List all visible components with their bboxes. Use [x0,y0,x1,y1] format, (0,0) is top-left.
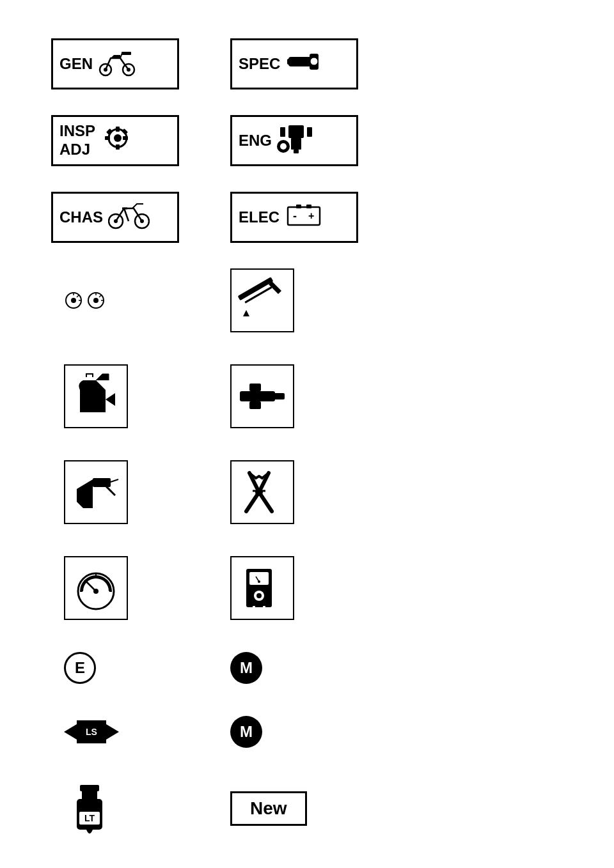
eng-box-container: ENG [230,115,409,166]
e-circle-symbol: E [64,652,96,684]
svg-rect-14 [123,136,128,140]
hacksaw-box [230,268,409,332]
multimeter-icon-box [230,556,294,620]
m-symbol-2-container: M [230,716,409,748]
svg-rect-13 [105,136,110,140]
elec-label: ELEC [239,208,279,227]
spec-box-container: SPEC [230,38,409,89]
m-symbol-1-container: M [230,652,409,684]
small-icon-row-3 [51,460,563,524]
gauge-box [51,556,230,620]
insp-adj-label: INSPADJ [59,122,95,159]
svg-rect-8 [287,59,292,65]
ls-arrow-right [106,724,119,740]
chas-box: CHAS [51,192,179,243]
ls-arrow-symbol: LS [64,720,119,743]
svg-point-57 [256,593,262,598]
ls-text: LS [86,727,97,737]
lt-bottle-container: LT [51,780,230,837]
spec-label: SPEC [239,55,280,74]
svg-rect-41 [249,384,261,391]
svg-rect-58 [253,606,255,610]
svg-rect-23 [307,127,312,137]
svg-point-21 [280,143,287,150]
svg-rect-62 [80,785,99,791]
svg-text:+: + [308,210,314,221]
elec-box: ELEC - + [230,192,358,243]
svg-rect-29 [296,205,301,208]
svg-rect-39 [240,391,275,401]
svg-rect-12 [116,144,120,150]
svg-point-34 [71,298,76,303]
svg-rect-59 [263,606,265,610]
svg-rect-22 [280,127,285,137]
svg-rect-30 [306,205,311,208]
svg-point-36 [93,298,98,303]
pliers-icon-box [230,460,294,524]
new-label-box: New [230,791,307,826]
spray-gun-box [51,460,230,524]
spec-box: SPEC [230,38,358,89]
eng-box: ENG [230,115,358,166]
gen-info-label: GEN [59,55,93,74]
bicycle-icon [108,199,150,236]
power-tool-icon-box [230,364,294,428]
svg-text:-: - [293,210,297,222]
m-letter-2: M [240,723,253,741]
small-icon-row-2 [51,364,563,428]
page-container: GEN SPEC [0,0,614,868]
battery-icon: - + [285,201,323,235]
svg-rect-43 [93,478,111,487]
svg-rect-15 [106,128,113,135]
svg-point-44 [255,488,263,496]
svg-rect-18 [291,138,301,150]
ls-arrow-container: LS [51,720,230,743]
m-circle-filled-2: M [230,716,262,748]
hacksaw-icon-box [230,268,294,332]
chas-box-container: CHAS [51,192,230,243]
section-row-2: INSPADJ ENG [51,115,563,166]
svg-point-48 [93,589,98,594]
chas-label: CHAS [59,208,103,227]
gen-info-box-container: GEN [51,38,230,89]
insp-adj-box-container: INSPADJ [51,115,230,166]
two-dots-symbol [51,288,230,313]
gauge-icon-box [64,556,128,620]
oil-can-icon-box [64,364,128,428]
legend-row-3: LT New [51,780,563,837]
multimeter-box [230,556,409,620]
svg-rect-11 [116,127,120,132]
svg-rect-42 [249,401,261,409]
elec-box-container: ELEC - + [230,192,409,243]
legend-row-1: E M [51,652,563,684]
pliers-box [230,460,409,524]
e-symbol-container: E [51,652,230,684]
svg-rect-4 [122,52,131,55]
svg-point-7 [310,58,318,65]
section-row-3: CHAS ELEC [51,192,563,243]
eng-label: ENG [239,132,272,150]
gear-icon [100,122,136,159]
new-label-text: New [250,798,287,819]
engine-icon [277,122,315,159]
spray-gun-icon-box [64,460,128,524]
ls-middle-label: LS [77,720,106,743]
e-letter: E [75,659,85,677]
gen-info-box: GEN [51,38,179,89]
insp-adj-box: INSPADJ [51,115,179,166]
m-circle-filled-1: M [230,652,262,684]
new-box-container: New [230,791,409,826]
m-letter-1: M [240,659,253,677]
small-icon-row-1 [51,268,563,332]
svg-text:LT: LT [84,813,95,823]
svg-rect-19 [294,150,299,153]
legend-row-2: LS M [51,716,563,748]
small-icon-row-4 [51,556,563,620]
svg-point-55 [258,580,260,583]
ls-arrow-left [64,724,77,740]
lt-bottle-icon: LT [64,780,115,837]
svg-point-10 [114,134,122,142]
motorcycle-icon [98,45,136,82]
svg-rect-17 [288,125,304,138]
power-tool-box [230,364,409,428]
